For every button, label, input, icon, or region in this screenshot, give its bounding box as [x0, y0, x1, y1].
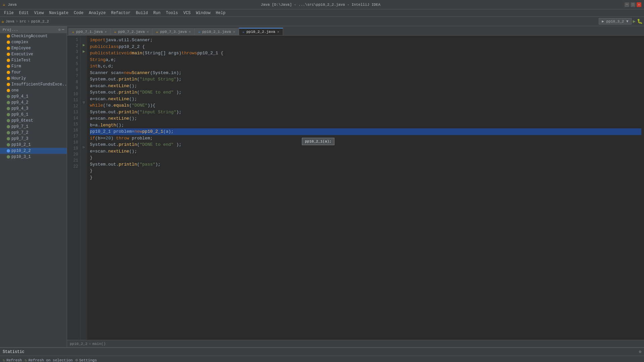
panel-settings-icon[interactable]: ⚙	[639, 349, 641, 354]
code-line-17: System.out.println("DONE to end" );	[90, 141, 641, 148]
menu-tools[interactable]: Tools	[163, 10, 181, 16]
code-content[interactable]: import java.util.Scanner; public class p…	[87, 36, 644, 340]
menu-edit[interactable]: Edit	[16, 10, 32, 16]
tab-icon: ☕	[156, 30, 158, 34]
breadcrumb-class: pp10_2_2	[70, 342, 88, 346]
sidebar-item-pp9-7-2[interactable]: pp9_7_2	[0, 130, 67, 136]
run-line-icon[interactable]: ▶	[83, 49, 85, 54]
sidebar-item-firm[interactable]: Firm	[0, 63, 67, 69]
minimize-button[interactable]: ─	[625, 2, 629, 7]
sidebar-item-pp10-2-2[interactable]: pp10_2_2	[0, 148, 67, 154]
code-editor[interactable]: 12345 678910 1112131415 1617181920 2122 …	[67, 36, 644, 340]
sidebar-settings-icon[interactable]: ⚙	[58, 27, 61, 32]
sidebar-item-pp9-7-3[interactable]: pp9_7_3	[0, 136, 67, 142]
tab-close-icon[interactable]: ✕	[189, 30, 191, 34]
app-icon: ☕	[3, 2, 5, 7]
tab-close-icon[interactable]: ✕	[147, 30, 149, 34]
fold-icon[interactable]: ▽	[83, 101, 85, 105]
maximize-button[interactable]: □	[631, 2, 635, 7]
item-icon	[7, 149, 10, 153]
sidebar-item-insufficient[interactable]: InsufficientFundsExce...	[0, 81, 67, 87]
refresh-selection-button[interactable]: ↻ Refresh on selection	[24, 358, 72, 362]
menu-help[interactable]: Help	[213, 10, 228, 16]
menu-build[interactable]: Build	[133, 10, 151, 16]
close-button[interactable]: ✕	[637, 2, 641, 7]
menu-navigate[interactable]: Navigate	[46, 10, 71, 16]
tab-label: pp10_2_2.java	[247, 30, 275, 34]
refresh-selection-icon: ↻	[24, 358, 27, 362]
item-icon	[7, 113, 10, 116]
run-line-icon[interactable]: ▶	[83, 43, 85, 48]
code-line-14: b=a.length();	[90, 122, 641, 129]
menu-refactor[interactable]: Refactor	[108, 10, 133, 16]
sidebar-item-hourly[interactable]: Hourly	[0, 75, 67, 81]
sidebar-item-four[interactable]: four	[0, 69, 67, 75]
item-icon	[7, 71, 10, 74]
sidebar-item-checkingaccount[interactable]: CheckingAccount	[0, 33, 67, 39]
sidebar-header: Proj... ⚙ ━	[0, 26, 67, 33]
sidebar-item-complex[interactable]: complex	[0, 39, 67, 45]
sidebar-item-executive[interactable]: Executive	[0, 51, 67, 57]
menu-window[interactable]: Window	[193, 10, 213, 16]
tab-close-icon[interactable]: ✕	[277, 30, 279, 34]
code-line-8: a=scan.nextLine();	[90, 83, 641, 89]
tab-pp10-2-1[interactable]: ☕ pp10_2_1.java ✕	[195, 28, 239, 35]
tab-close-icon[interactable]: ✕	[233, 30, 235, 34]
java-icon: ☕	[1, 18, 4, 24]
sidebar: Proj... ⚙ ━ CheckingAccount complex Empl…	[0, 26, 67, 347]
sidebar-item-pp10-3-1[interactable]: pp10_3_1	[0, 154, 67, 160]
menu-view[interactable]: View	[32, 10, 47, 16]
tab-pp9-7-3[interactable]: ☕ pp9_7_3.java ✕	[153, 28, 195, 35]
sidebar-item-label: pp9_6test	[11, 118, 33, 123]
titlebar-left: ☕ Java	[3, 2, 17, 7]
sidebar-item-pp9-6test[interactable]: pp9_6test	[0, 118, 67, 124]
menu-file[interactable]: File	[1, 10, 16, 16]
sidebar-item-employee[interactable]: Employee	[0, 45, 67, 51]
sidebar-item-pp9-6-1[interactable]: pp9_6_1	[0, 112, 67, 118]
fold-icon[interactable]: ▷	[83, 145, 85, 149]
item-icon	[7, 65, 10, 68]
run-config-selector[interactable]: ▶ pp10_3_2 ▼	[599, 18, 631, 24]
item-icon	[7, 119, 10, 122]
refresh-button[interactable]: ↻ Refresh	[3, 358, 22, 362]
run-button[interactable]: ▶	[633, 18, 636, 24]
code-line-18: e=scan.nextLine();	[90, 148, 641, 155]
code-line-22: }	[90, 174, 641, 181]
sidebar-item-pp9-4-2[interactable]: pp9_4_2	[0, 100, 67, 106]
menu-code[interactable]: Code	[71, 10, 86, 16]
sidebar-item-pp10-2-1[interactable]: pp10_2_1	[0, 142, 67, 148]
sidebar-item-label: InsufficientFundsExce...	[11, 82, 67, 87]
menu-vcs[interactable]: VCS	[181, 10, 194, 16]
tab-label: pp9_7_2.java	[118, 30, 145, 34]
panel-toolbar: ↻ Refresh ↻ Refresh on selection ⚙ Setti…	[0, 356, 644, 362]
window-controls: ─ □ ✕	[625, 2, 641, 7]
code-line-20: System.out.println("pass");	[90, 161, 641, 168]
code-line-6: Scanner scan=new Scanner(System.in);	[90, 70, 641, 76]
sidebar-item-label: four	[11, 70, 21, 75]
code-line-12: System.out.println("input String");	[90, 109, 641, 116]
tab-icon: ☕	[198, 30, 200, 34]
sidebar-collapse-icon[interactable]: ━	[62, 27, 64, 32]
menu-analyze[interactable]: Analyze	[86, 10, 108, 16]
sidebar-item-pp9-4-1[interactable]: pp9_4_1	[0, 94, 67, 100]
item-icon	[7, 83, 10, 86]
bottom-panel: Statistic ⚙ ↻ Refresh ↻ Refresh on selec…	[0, 347, 644, 362]
bottom-panel-header: Statistic ⚙	[0, 348, 644, 356]
menu-run[interactable]: Run	[151, 10, 163, 16]
sidebar-item-pp9-7-1[interactable]: pp9_7_1	[0, 124, 67, 130]
sidebar-item-label: pp9_4_1	[11, 94, 28, 99]
tab-pp9-7-1[interactable]: ☕ pp9_7_1.java ✕	[68, 28, 110, 35]
main-layout: Proj... ⚙ ━ CheckingAccount complex Empl…	[0, 26, 644, 347]
tab-pp9-7-2[interactable]: ☕ pp9_7_2.java ✕	[110, 28, 152, 35]
code-line-10: e=scan.nextLine();	[90, 96, 641, 103]
sidebar-item-label: Firm	[11, 64, 21, 69]
settings-button[interactable]: ⚙ Settings	[75, 358, 97, 362]
sidebar-item-pp9-4-3[interactable]: pp9_4_3	[0, 106, 67, 112]
sidebar-item-filetest[interactable]: FileTest	[0, 57, 67, 63]
debug-button[interactable]: 🐛	[637, 18, 643, 24]
tab-pp10-2-2[interactable]: ☕ pp10_2_2.java ✕	[239, 28, 283, 35]
tab-close-icon[interactable]: ✕	[105, 30, 107, 34]
editor-tabs: ☕ pp9_7_1.java ✕ ☕ pp9_7_2.java ✕ ☕ pp9_…	[67, 26, 644, 36]
item-icon	[7, 143, 10, 146]
sidebar-item-one[interactable]: one	[0, 87, 67, 94]
